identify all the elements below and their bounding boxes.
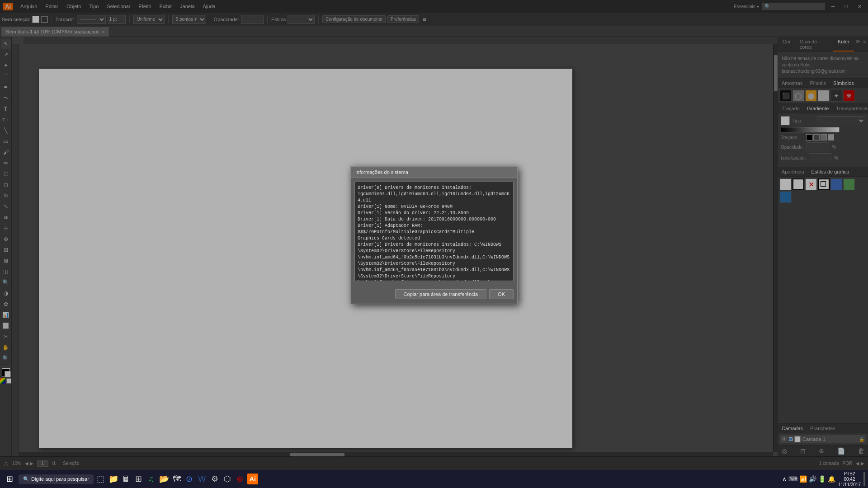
clock[interactable]: PTB2 00:42 11/11/2017 <box>838 471 861 487</box>
modal-buttons: Copiar para área de transferência OK <box>351 286 517 304</box>
apps-icon[interactable]: ⊞ <box>133 474 144 484</box>
ok-button[interactable]: OK <box>489 289 514 299</box>
tray-icons: ∧ ⌨ 📶 🔊 🔋 🔔 <box>782 475 835 483</box>
file-explorer-icon[interactable]: 📁 <box>108 474 119 484</box>
system-info-dialog: Informações do sistema Driver[0] Drivers… <box>350 166 518 304</box>
taskbar-right: ∧ ⌨ 📶 🔊 🔋 🔔 PTB2 00:42 11/11/2017 <box>782 471 865 487</box>
time-display: 00:42 <box>844 477 855 482</box>
spotify-icon[interactable]: ♫ <box>146 474 157 484</box>
extra-app1-icon[interactable]: ⬡ <box>222 474 233 484</box>
modal-title: Informações do sistema <box>351 167 517 178</box>
windows-taskbar: ⊞ 🔍 Digite aqui para pesquisar ⬚ 📁 🖩 ⊞ ♫… <box>0 470 868 488</box>
system-info-textbox[interactable]: Driver[0] Drivers de monitores instalado… <box>354 182 514 281</box>
maps-icon[interactable]: 🗺 <box>171 474 182 484</box>
task-view-button[interactable]: ⬚ <box>95 474 106 484</box>
keyboard-tray-icon[interactable]: ⌨ <box>788 475 797 483</box>
illustrator-taskbar-icon[interactable]: Ai <box>247 474 258 484</box>
date-display: 11/11/2017 <box>838 482 861 487</box>
notification-icon[interactable]: 🔔 <box>828 475 835 483</box>
battery-icon[interactable]: 🔋 <box>818 475 826 483</box>
copy-to-clipboard-button[interactable]: Copiar para área de transferência <box>395 289 486 299</box>
up-arrow-icon[interactable]: ∧ <box>782 475 787 483</box>
calculator-icon[interactable]: 🖩 <box>121 474 132 484</box>
modal-overlay: Informações do sistema Driver[0] Drivers… <box>0 0 868 470</box>
word-icon[interactable]: W <box>197 474 208 484</box>
start-button[interactable]: ⊞ <box>3 473 17 485</box>
volume-icon[interactable]: 🔊 <box>809 475 816 483</box>
settings-icon[interactable]: ⚙ <box>209 474 220 484</box>
network-icon[interactable]: 📶 <box>799 475 807 483</box>
show-desktop-button[interactable] <box>863 472 865 486</box>
search-icon: 🔍 <box>23 476 29 482</box>
keyboard-lang: PTB2 <box>844 471 855 476</box>
modal-body: Driver[0] Drivers de monitores instalado… <box>351 178 517 286</box>
folder-icon[interactable]: 📂 <box>159 474 170 484</box>
search-label: Digite aqui para pesquisar <box>31 476 89 482</box>
extra-app2-icon[interactable]: ⊕ <box>235 474 245 484</box>
chrome-icon[interactable]: ⊙ <box>184 474 195 484</box>
search-bar[interactable]: 🔍 Digite aqui para pesquisar <box>19 474 94 484</box>
